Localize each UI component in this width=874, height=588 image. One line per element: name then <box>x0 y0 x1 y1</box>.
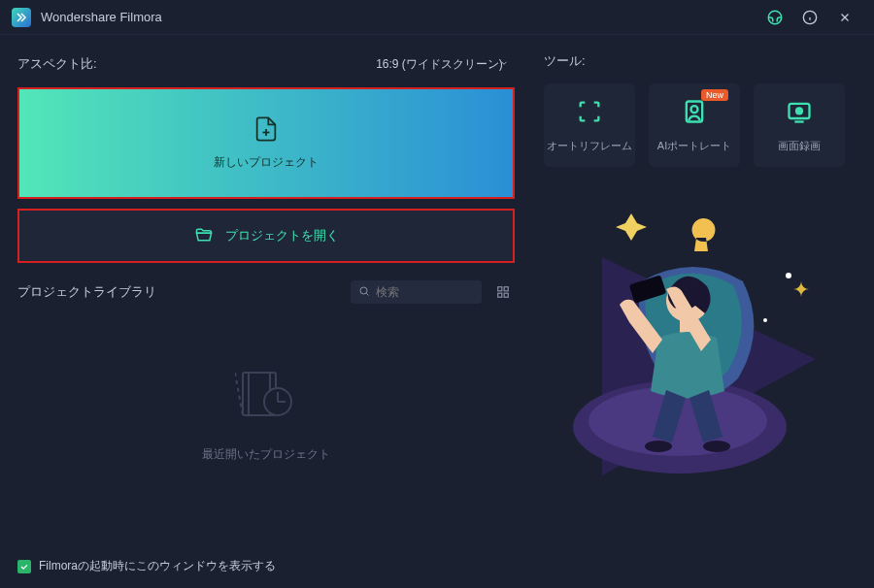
file-plus-icon <box>252 115 280 147</box>
startup-checkbox-label: Filmoraの起動時にこのウィンドウを表示する <box>39 558 276 574</box>
reframe-icon <box>576 98 603 129</box>
svg-rect-9 <box>498 287 502 291</box>
recent-projects-label: 最近開いたプロジェクト <box>202 446 330 463</box>
svg-point-7 <box>360 287 367 294</box>
svg-point-21 <box>691 106 698 113</box>
svg-line-14 <box>235 373 243 415</box>
open-project-label: プロジェクトを開く <box>225 227 339 245</box>
svg-point-23 <box>796 108 802 114</box>
aspect-ratio-label: アスペクト比: <box>17 55 97 73</box>
recent-projects-empty: 最近開いたプロジェクト <box>17 315 515 509</box>
app-logo-icon <box>12 8 31 27</box>
svg-rect-10 <box>504 287 508 291</box>
search-input[interactable] <box>376 285 463 299</box>
folder-open-icon <box>194 225 214 247</box>
svg-point-27 <box>763 318 767 322</box>
film-clock-icon <box>235 363 297 429</box>
record-icon <box>786 98 813 129</box>
search-box[interactable] <box>351 280 482 304</box>
svg-line-8 <box>366 293 368 295</box>
search-icon <box>358 283 370 301</box>
support-button[interactable] <box>757 0 792 35</box>
checkbox-checked-icon[interactable] <box>17 560 31 573</box>
project-library-label: プロジェクトライブラリ <box>17 283 156 301</box>
svg-rect-12 <box>504 293 508 297</box>
tool-ai-portrait[interactable]: New AIポートレート <box>649 83 740 167</box>
hero-illustration <box>544 184 835 485</box>
svg-point-33 <box>645 441 672 452</box>
new-badge: New <box>701 89 728 101</box>
titlebar: Wondershare Filmora <box>0 0 874 35</box>
app-title: Wondershare Filmora <box>41 10 162 24</box>
close-button[interactable] <box>827 0 862 35</box>
tool-label: 画面録画 <box>778 139 821 153</box>
svg-point-34 <box>703 441 730 452</box>
svg-point-26 <box>786 273 791 278</box>
startup-checkbox-row[interactable]: Filmoraの起動時にこのウィンドウを表示する <box>17 558 276 574</box>
svg-rect-11 <box>498 293 502 297</box>
portrait-icon <box>681 98 708 129</box>
new-project-button[interactable]: 新しいプロジェクト <box>17 87 515 199</box>
info-button[interactable] <box>792 0 827 35</box>
open-project-button[interactable]: プロジェクトを開く <box>17 209 515 263</box>
new-project-label: 新しいプロジェクト <box>214 154 319 171</box>
chevron-down-icon <box>499 57 509 71</box>
tool-label: AIポートレート <box>657 139 731 153</box>
grid-view-button[interactable] <box>491 280 515 304</box>
tool-auto-reframe[interactable]: オートリフレーム <box>544 83 635 167</box>
tool-label: オートリフレーム <box>547 139 632 153</box>
tool-screen-record[interactable]: 画面録画 <box>754 83 845 167</box>
tools-label: ツール: <box>544 52 857 70</box>
aspect-ratio-value: 16:9 (ワイドスクリーン) <box>376 56 503 73</box>
aspect-ratio-select[interactable]: 16:9 (ワイドスクリーン) <box>364 52 515 76</box>
